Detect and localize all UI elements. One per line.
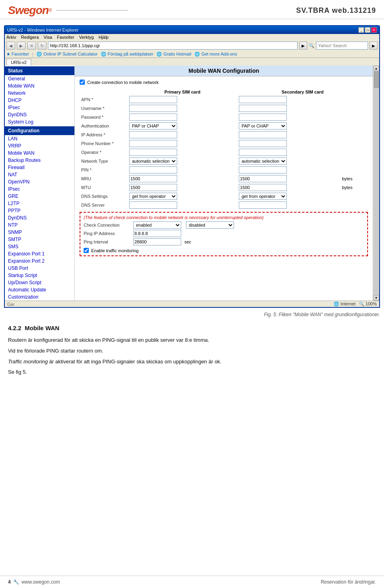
italic-word: Traffic monitoring	[8, 359, 48, 365]
menu-favoriter[interactable]: Favoriter	[57, 35, 74, 40]
sidebar-nat[interactable]: NAT	[5, 171, 74, 178]
sidebar-syslog[interactable]: System Log	[5, 118, 74, 126]
sidebar-ntp[interactable]: NTP	[5, 221, 74, 229]
sidebar-expansion1[interactable]: Expansion Port 1	[5, 250, 74, 257]
menu-redigera[interactable]: Redigera	[21, 35, 39, 40]
fav-hotmail[interactable]: 🌐 Gratis Hotmail	[156, 52, 191, 57]
restore-button[interactable]: ▭	[365, 27, 370, 33]
sidebar-general[interactable]: General	[5, 75, 74, 82]
sidebar-backup-routes[interactable]: Backup Routes	[5, 157, 74, 164]
ip-secondary[interactable]	[239, 131, 287, 138]
check-connection-secondary-select[interactable]: disabled enabled	[186, 221, 234, 229]
apn-primary[interactable]	[129, 96, 177, 103]
scroll-down-button[interactable]: ▼	[374, 295, 379, 301]
refresh-button[interactable]: ↻	[38, 42, 46, 50]
password-primary[interactable]	[129, 114, 177, 121]
sidebar-sms[interactable]: SMS	[5, 243, 74, 250]
mru-secondary[interactable]	[239, 175, 287, 182]
go-button[interactable]: ▶	[299, 42, 307, 50]
sidebar-dyndns-config[interactable]: DynDNS	[5, 214, 74, 221]
ip-primary[interactable]	[129, 131, 177, 138]
mru-label: MRU	[80, 174, 128, 183]
stop-button[interactable]: ✕	[27, 42, 36, 50]
sidebar-dyndns-status[interactable]: DynDNS	[5, 111, 74, 118]
sidebar-firewall[interactable]: Firewall	[5, 164, 74, 171]
username-primary[interactable]	[129, 105, 177, 112]
enable-traffic-checkbox[interactable]	[84, 248, 89, 253]
username-secondary[interactable]	[239, 105, 287, 112]
sidebar-pptp[interactable]: PPTP	[5, 207, 74, 214]
page-number: 4	[8, 579, 11, 585]
network-type-secondary[interactable]: automatic selection 2G only 3G only	[239, 157, 287, 165]
section-title: Mobile WAN	[25, 325, 60, 331]
sidebar-vrrp[interactable]: VRRP	[5, 142, 74, 149]
back-button[interactable]: ◀	[6, 42, 15, 50]
sidebar-smtp[interactable]: SMTP	[5, 236, 74, 243]
sidebar-startup[interactable]: Startup Script	[5, 272, 74, 279]
close-button[interactable]: ✕	[371, 27, 377, 33]
ping-ip-input[interactable]	[133, 230, 181, 237]
scroll-up-button[interactable]: ▲	[374, 66, 379, 71]
pin-label: PIN *	[80, 165, 128, 174]
mtu-secondary[interactable]	[239, 184, 287, 191]
sidebar-snmp[interactable]: SNMP	[5, 229, 74, 236]
dns-settings-secondary[interactable]: get from operator manual	[239, 193, 287, 200]
sidebar-customization[interactable]: Customization	[5, 293, 74, 301]
menu-visa[interactable]: Visa	[44, 35, 52, 40]
sidebar-dhcp[interactable]: DHCP	[5, 97, 74, 104]
search-go-button[interactable]: ▶	[370, 42, 378, 50]
pin-secondary[interactable]	[239, 166, 287, 173]
sidebar-usb[interactable]: USB Port	[5, 265, 74, 272]
menu-hjalp[interactable]: Hjälp	[98, 35, 108, 40]
auth-primary-select[interactable]: PAP or CHAP PAP CHAP	[129, 122, 177, 130]
sidebar-lan[interactable]: LAN	[5, 135, 74, 142]
scroll-thumb[interactable]	[374, 72, 379, 88]
sidebar-ipsec-config[interactable]: IPsec	[5, 185, 74, 193]
operator-secondary[interactable]	[239, 149, 287, 156]
ping-interval-input[interactable]	[133, 238, 181, 245]
tab-ur5i[interactable]: UR5i-v2	[6, 59, 31, 66]
fav-favoriter[interactable]: ★ Favoriter	[6, 52, 29, 57]
table-row: Password *	[80, 113, 368, 122]
search-input[interactable]	[316, 42, 368, 50]
phone-secondary[interactable]	[239, 140, 287, 147]
password-secondary[interactable]	[239, 114, 287, 121]
sidebar-mobile-wan-status[interactable]: Mobile WAN	[5, 82, 74, 90]
sidebar-openvpn[interactable]: OpenVPN	[5, 178, 74, 185]
ip-label: IP Address *	[80, 130, 128, 139]
forward-button[interactable]: ▶	[17, 42, 26, 50]
minimize-button[interactable]: _	[358, 27, 364, 33]
sidebar-autoupdate[interactable]: Automatic Update	[5, 286, 74, 293]
sidebar-gre[interactable]: GRE	[5, 193, 74, 200]
fav-forslag[interactable]: 🌐 Förslag på webbplatser	[101, 52, 153, 57]
sidebar-expansion2[interactable]: Expansion Port 2	[5, 257, 74, 265]
sidebar-updown[interactable]: Up/Down Script	[5, 279, 74, 286]
address-bar[interactable]	[48, 42, 298, 50]
logo-area: Swegon®	[8, 4, 128, 17]
check-connection-row: Check Connection enabled disabled disabl…	[84, 221, 364, 229]
auth-secondary-select[interactable]: PAP or CHAP PAP CHAP	[239, 122, 287, 130]
check-connection-primary-select[interactable]: enabled disabled	[133, 221, 181, 229]
network-type-primary[interactable]: automatic selection 2G only 3G only	[129, 157, 177, 165]
inner-fields: Check Connection enabled disabled disabl…	[84, 221, 364, 245]
sidebar-mobile-wan-config[interactable]: Mobile WAN	[5, 149, 74, 157]
fav-addons[interactable]: 🌐 Get more Add-ons	[194, 52, 237, 57]
table-row: Network Type automatic selection 2G only…	[80, 157, 368, 165]
pin-primary[interactable]	[129, 166, 177, 173]
phone-primary[interactable]	[129, 140, 177, 147]
dns-server-secondary[interactable]	[239, 201, 287, 209]
apn-secondary[interactable]	[239, 96, 287, 103]
dns-server-primary[interactable]	[129, 201, 177, 209]
operator-primary[interactable]	[129, 149, 177, 156]
menu-verktyg[interactable]: Verktyg	[79, 35, 94, 40]
mru-primary[interactable]	[129, 175, 177, 182]
sidebar-ipsec-status[interactable]: IPsec	[5, 104, 74, 111]
menu-arkiv[interactable]: Arkiv	[6, 35, 16, 40]
sidebar-network[interactable]: Network	[5, 90, 74, 97]
table-row: PIN *	[80, 165, 368, 174]
sidebar-l2tp[interactable]: L2TP	[5, 200, 74, 207]
mtu-primary[interactable]	[129, 184, 177, 191]
fav-subnet[interactable]: 🌐 Online IP Subnet Calculator	[36, 52, 98, 57]
dns-settings-primary[interactable]: get from operator manual	[129, 193, 177, 200]
create-connection-checkbox[interactable]	[80, 80, 85, 85]
